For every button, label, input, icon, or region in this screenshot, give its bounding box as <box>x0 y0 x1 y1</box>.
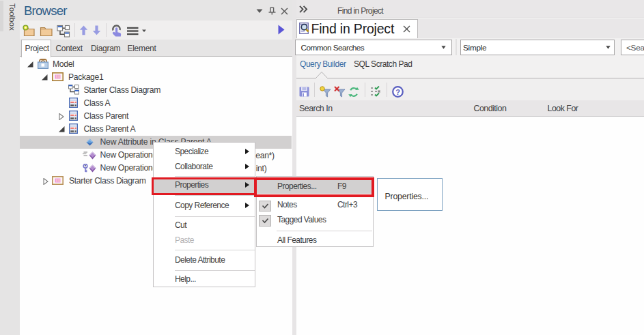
svg-text:?: ? <box>395 88 400 96</box>
